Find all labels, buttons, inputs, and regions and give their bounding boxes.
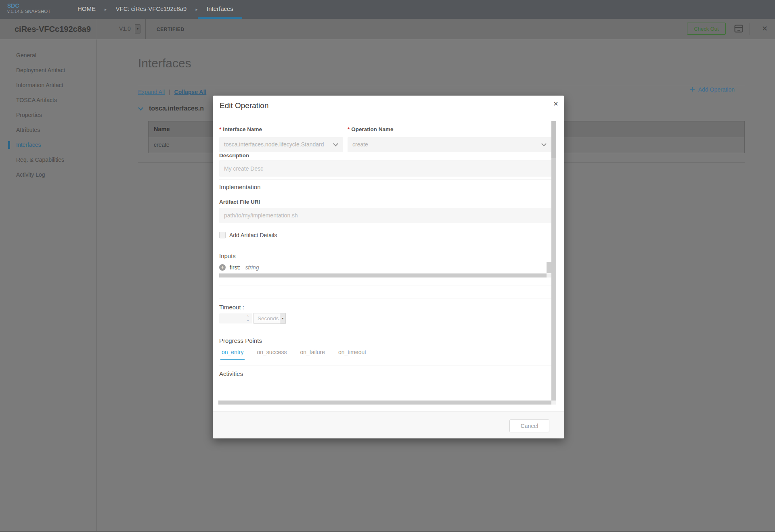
modal-footer: Cancel [213, 411, 564, 438]
tab-on-timeout[interactable]: on_timeout [337, 349, 367, 360]
print-icon[interactable] [734, 24, 744, 35]
plus-circle-icon[interactable]: + [219, 264, 226, 271]
divider [138, 86, 745, 86]
divider [219, 249, 551, 249]
check-out-button[interactable]: Check Out [687, 23, 726, 35]
divider [97, 19, 97, 39]
inputs-section-label: Inputs [219, 252, 236, 259]
version-dropdown-arrow-icon[interactable]: ▼ [135, 24, 140, 33]
sdc-logo-text: SDC [7, 2, 50, 9]
close-icon[interactable]: ✕ [762, 24, 768, 33]
add-icon: + [690, 86, 695, 94]
activities-section-label: Activities [219, 370, 243, 377]
breadcrumb-vfc[interactable]: VFC: ciRes-VFCc192c8a9 [107, 0, 196, 19]
description-label: Description [219, 152, 249, 159]
input-type: string [245, 264, 259, 271]
add-operation-label: Add Operation [698, 86, 735, 93]
sidebar-item-information-artifact[interactable]: Information Artifact [0, 78, 96, 93]
status-badge: CERTIFIED [157, 27, 184, 32]
required-asterisk: * [348, 126, 350, 132]
breadcrumb: HOME ▸ VFC: ciRes-VFCc192c8a9 ▸ Interfac… [69, 0, 242, 19]
sidebar-item-req-capabilities[interactable]: Req. & Capabilities [0, 152, 96, 167]
expand-collapse-controls: Expand All | Collapse All [138, 89, 206, 95]
modal-title: Edit Operation [220, 101, 268, 110]
sidebar-item-tosca-artifacts[interactable]: TOSCA Artifacts [0, 93, 96, 108]
sidebar-item-deployment-artifact[interactable]: Deployment Artifact [0, 63, 96, 78]
sdc-version-text: v.1.14.5-SNAPSHOT [7, 9, 50, 14]
modal-horizontal-scrollbar[interactable] [218, 401, 551, 405]
top-nav: SDC v.1.14.5-SNAPSHOT HOME ▸ VFC: ciRes-… [0, 0, 775, 19]
input-row-first: + first: string [219, 262, 259, 273]
sidebar-item-properties[interactable]: Properties [0, 108, 96, 123]
implementation-section-label: Implementation [219, 184, 261, 190]
tab-on-success[interactable]: on_success [256, 349, 288, 360]
edit-operation-modal: Edit Operation ✕ *Interface Name *Operat… [213, 96, 564, 438]
inputs-horizontal-scrollbar[interactable] [219, 273, 547, 277]
divider [145, 19, 146, 39]
interface-name-value: tosca.interfaces.node.lifecycle.Standard [224, 141, 324, 148]
component-title: ciRes-VFCc192c8a9 [15, 25, 91, 34]
modal-close-icon[interactable]: ✕ [551, 100, 560, 108]
divider [219, 286, 551, 286]
divider [219, 365, 551, 365]
collapse-all-link[interactable]: Collapse All [174, 89, 207, 95]
link-separator: | [169, 89, 170, 95]
add-artifact-details-label: Add Artifact Details [229, 232, 277, 238]
sidebar-item-activity-log[interactable]: Activity Log [0, 167, 96, 182]
required-asterisk: * [219, 126, 221, 132]
divider [219, 298, 551, 298]
spinner-down-icon[interactable]: ⌄ [246, 319, 249, 321]
inputs-vertical-scrollbar[interactable] [547, 262, 551, 273]
add-operation-button[interactable]: + Add Operation [690, 86, 735, 94]
operation-name-value: create [352, 141, 368, 148]
timeout-unit-value: Seconds [258, 315, 279, 321]
dropdown-arrow-icon: ▼ [280, 313, 285, 323]
add-artifact-details-checkbox-row[interactable]: Add Artifact Details [219, 232, 277, 238]
operation-name-select[interactable]: create [348, 137, 551, 152]
checkbox-icon[interactable] [219, 232, 226, 238]
scrollbar-corner [547, 273, 551, 277]
divider [750, 23, 750, 35]
artifact-file-uri-input[interactable] [219, 208, 551, 223]
artifact-file-uri-label: Artifact File URI [219, 199, 260, 205]
page-title: Interfaces [138, 56, 191, 70]
timeout-label: Timeout : [219, 304, 244, 311]
version-label: V1.0 [119, 25, 131, 32]
progress-points-label: Progress Points [219, 337, 262, 344]
sidebar-item-attributes[interactable]: Attributes [0, 123, 96, 138]
modal-vertical-scrollbar[interactable] [551, 121, 556, 401]
divider [219, 331, 551, 331]
cancel-button[interactable]: Cancel [509, 419, 549, 432]
tab-on-failure[interactable]: on_failure [299, 349, 326, 360]
operation-name-label: *Operation Name [348, 126, 394, 132]
input-name: first: [230, 264, 240, 271]
number-spinner[interactable]: ⌃ ⌄ [244, 313, 251, 323]
breadcrumb-interfaces[interactable]: Interfaces [198, 0, 242, 19]
scrollbar-thumb[interactable] [551, 121, 556, 158]
progress-points-tabs: on_entry on_success on_failure on_timeou… [220, 349, 378, 360]
chevron-down-icon[interactable] [138, 105, 143, 111]
description-input[interactable] [219, 160, 551, 177]
chevron-down-icon [333, 141, 338, 146]
scrollbar-corner [551, 401, 556, 405]
breadcrumb-home[interactable]: HOME [69, 0, 105, 19]
sidebar: General Deployment Artifact Information … [0, 40, 97, 532]
component-header: ciRes-VFCc192c8a9 V1.0 ▼ CERTIFIED Check… [0, 19, 775, 39]
chevron-down-icon [541, 141, 547, 146]
interface-name-label: *Interface Name [219, 126, 262, 132]
interface-group-header: tosca.interfaces.n [139, 105, 204, 112]
sidebar-item-interfaces[interactable]: Interfaces [0, 138, 96, 152]
sdc-logo[interactable]: SDC v.1.14.5-SNAPSHOT [7, 2, 50, 14]
interface-group-title: tosca.interfaces.n [149, 105, 204, 112]
sidebar-item-general[interactable]: General [0, 48, 96, 63]
tab-on-entry[interactable]: on_entry [220, 349, 245, 360]
interface-name-select[interactable]: tosca.interfaces.node.lifecycle.Standard [219, 137, 343, 152]
timeout-unit-select[interactable]: Seconds ▼ [253, 313, 286, 324]
expand-all-link[interactable]: Expand All [138, 89, 165, 95]
divider [219, 179, 551, 179]
